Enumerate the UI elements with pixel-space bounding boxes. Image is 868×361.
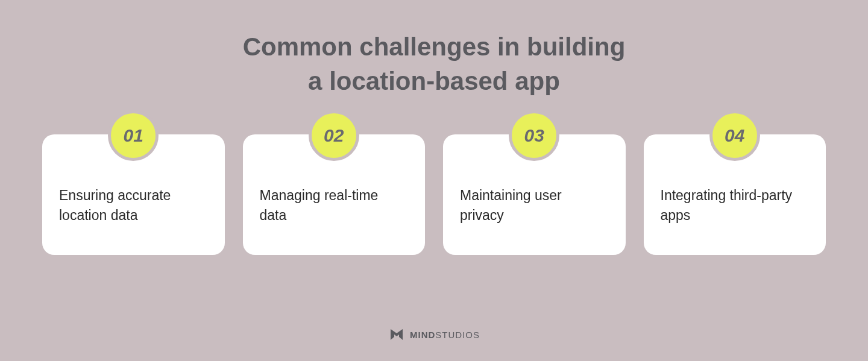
- card-text: Managing real-time data: [260, 186, 409, 224]
- card-badge: 03: [509, 110, 559, 161]
- challenge-card: 03 Maintaining user privacy: [443, 134, 626, 255]
- challenge-card: 02 Managing real-time data: [243, 134, 426, 255]
- badge-number: 04: [725, 125, 744, 146]
- card-text: Ensuring accurate location data: [59, 186, 208, 224]
- footer-branding: MINDSTUDIOS: [388, 326, 480, 343]
- mindstudios-logo-icon: [388, 326, 405, 343]
- badge-number: 03: [524, 125, 544, 146]
- card-text: Maintaining user privacy: [460, 186, 609, 224]
- card-text: Integrating third-party apps: [661, 186, 810, 224]
- challenge-card: 01 Ensuring accurate location data: [42, 134, 225, 255]
- badge-number: 01: [124, 125, 143, 146]
- cards-row: 01 Ensuring accurate location data 02 Ma…: [42, 134, 826, 255]
- card-badge: 04: [709, 110, 760, 161]
- badge-number: 02: [324, 125, 344, 146]
- card-badge: 02: [309, 110, 359, 161]
- title-line-2: a location-based app: [308, 67, 560, 95]
- page-title: Common challenges in building a location…: [243, 30, 626, 98]
- challenge-card: 04 Integrating third-party apps: [644, 134, 826, 255]
- footer-brand-text: MINDSTUDIOS: [410, 330, 480, 340]
- brand-light: STUDIOS: [435, 330, 480, 340]
- title-line-1: Common challenges in building: [243, 33, 626, 61]
- brand-bold: MIND: [410, 330, 435, 340]
- card-badge: 01: [108, 110, 159, 161]
